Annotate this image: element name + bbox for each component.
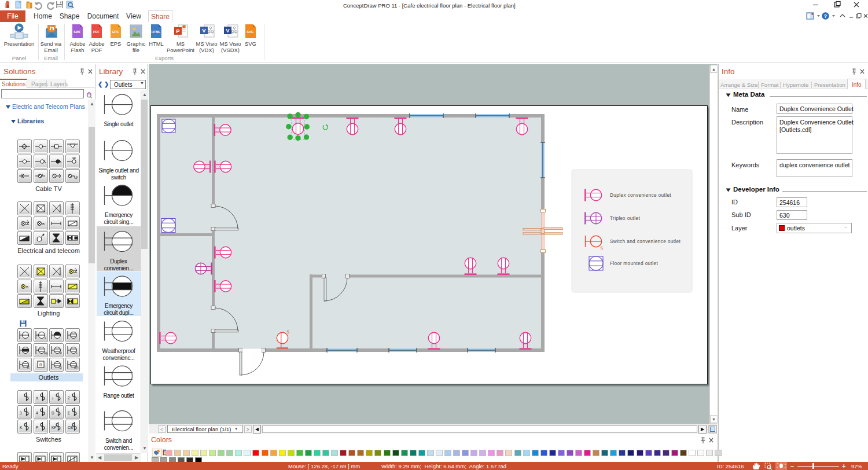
svg-text:R: R [60,351,62,355]
svg-text:?: ? [824,13,827,19]
svg-text:4: 4 [36,411,38,415]
svg-text:B: B [26,285,28,289]
svg-text:♪: ♪ [52,396,53,400]
svg-text:wp: wp [44,351,48,355]
svg-text:HTML: HTML [152,30,161,34]
svg-text:KP: KP [52,425,57,429]
svg-text:Duplex convenience outlet: Duplex convenience outlet [610,193,671,198]
svg-text:D: D [60,366,62,369]
svg-text:EPS: EPS [112,30,119,34]
svg-text:s: s [76,351,78,355]
svg-text:CB: CB [68,425,73,429]
svg-text:2: 2 [68,396,70,400]
svg-text:K: K [20,425,23,429]
svg-text:V: V [202,27,206,34]
svg-text:GFI: GFI [74,366,79,369]
svg-text:SWF: SWF [73,30,81,34]
svg-text:Floor mounted outlet: Floor mounted outlet [610,261,658,266]
svg-text:R: R [27,366,30,369]
svg-text:P: P [36,425,38,429]
svg-text:s: s [287,329,290,335]
svg-text:B: B [42,222,45,226]
svg-text:E: E [68,411,71,415]
svg-text:P: P [176,28,180,34]
svg-text:Switch and convenience outlet: Switch and convenience outlet [610,239,681,244]
svg-text:R: R [39,363,42,367]
svg-text:V: V [226,27,230,34]
svg-text:SVG: SVG [247,30,254,34]
svg-text:PDF: PDF [93,30,100,34]
svg-text:Triplex outlet: Triplex outlet [610,216,640,221]
svg-text:a: a [36,396,38,400]
svg-text:D: D [52,411,54,415]
svg-text:3: 3 [20,411,22,415]
svg-text:s: s [45,336,46,340]
svg-text:s: s [601,245,604,251]
